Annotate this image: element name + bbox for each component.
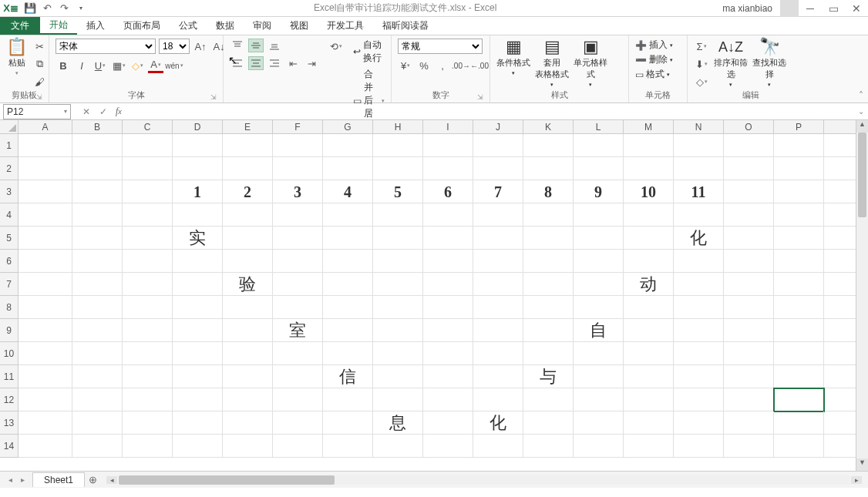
cell-G6[interactable] xyxy=(323,250,373,273)
col-header-I[interactable]: I xyxy=(423,120,473,133)
cell-E2[interactable] xyxy=(223,157,273,180)
cell-B2[interactable] xyxy=(72,157,123,180)
cell-A9[interactable] xyxy=(19,319,72,342)
cell-K2[interactable] xyxy=(523,157,574,180)
add-sheet-button[interactable]: ⊕ xyxy=(85,473,100,486)
underline-button[interactable]: U xyxy=(93,58,108,73)
cell-G9[interactable] xyxy=(323,319,373,342)
cell-M8[interactable] xyxy=(624,296,674,319)
cell-E3[interactable]: 2 xyxy=(223,180,273,203)
cell-D10[interactable] xyxy=(173,342,223,365)
cell-B13[interactable] xyxy=(72,411,123,435)
cell-B11[interactable] xyxy=(72,365,123,388)
cell-K1[interactable] xyxy=(523,134,574,157)
cell-H2[interactable] xyxy=(373,157,423,180)
cell-K9[interactable] xyxy=(523,319,574,342)
col-header-J[interactable]: J xyxy=(473,120,523,133)
dialog-launcher-icon[interactable]: ⇲ xyxy=(210,93,217,101)
cell-G14[interactable] xyxy=(323,435,373,458)
vertical-scrollbar[interactable]: ▲ ▼ xyxy=(856,120,868,471)
cell-O5[interactable] xyxy=(724,227,774,250)
cell-B6[interactable] xyxy=(72,250,123,273)
cell-N5[interactable]: 化 xyxy=(674,227,724,250)
cell-H6[interactable] xyxy=(373,250,423,273)
user-name[interactable]: ma xianbiao xyxy=(722,3,777,14)
percent-icon[interactable]: % xyxy=(416,58,432,73)
cell-O4[interactable] xyxy=(724,203,774,227)
cell-A5[interactable] xyxy=(19,227,72,250)
cell-I4[interactable] xyxy=(423,203,473,227)
cell-K11[interactable]: 与 xyxy=(523,365,574,388)
cell-K13[interactable] xyxy=(523,411,574,435)
comma-icon[interactable]: , xyxy=(435,58,450,73)
row-header-6[interactable]: 6 xyxy=(0,250,18,273)
cell-H11[interactable] xyxy=(373,365,423,388)
bold-button[interactable]: B xyxy=(56,58,71,73)
cancel-formula-icon[interactable]: ✕ xyxy=(80,106,93,117)
cell-N12[interactable] xyxy=(674,388,724,411)
decrease-indent-icon[interactable]: ⇤ xyxy=(285,55,301,71)
cell-C8[interactable] xyxy=(123,296,173,319)
cell-I2[interactable] xyxy=(423,157,473,180)
cell-C5[interactable] xyxy=(123,227,173,250)
tab-公式[interactable]: 公式 xyxy=(170,17,207,35)
cell-P5[interactable] xyxy=(774,227,824,250)
cell-J10[interactable] xyxy=(473,342,523,365)
cell-G2[interactable] xyxy=(323,157,373,180)
cell-H9[interactable] xyxy=(373,319,423,342)
cell-H14[interactable] xyxy=(373,435,423,458)
cell-A14[interactable] xyxy=(19,435,72,458)
cell-M7[interactable]: 动 xyxy=(624,273,674,296)
cell-E1[interactable] xyxy=(223,134,273,157)
cell-J14[interactable] xyxy=(473,435,523,458)
italic-button[interactable]: I xyxy=(74,58,89,73)
cell-D13[interactable] xyxy=(173,411,223,435)
cell-P2[interactable] xyxy=(774,157,824,180)
cell-K4[interactable] xyxy=(523,203,574,227)
cell-J4[interactable] xyxy=(473,203,523,227)
cell-M14[interactable] xyxy=(624,435,674,458)
cell-E13[interactable] xyxy=(223,411,273,435)
cell-M10[interactable] xyxy=(624,342,674,365)
cell-E7[interactable]: 验 xyxy=(223,273,273,296)
cell-M13[interactable] xyxy=(624,411,674,435)
tab-审阅[interactable]: 审阅 xyxy=(244,17,281,35)
col-header-H[interactable]: H xyxy=(373,120,423,133)
cell-K5[interactable] xyxy=(523,227,574,250)
row-header-11[interactable]: 11 xyxy=(0,365,18,388)
cell-K3[interactable]: 8 xyxy=(523,180,574,203)
cell-N10[interactable] xyxy=(674,342,724,365)
format-cells-button[interactable]: ▭格式▾ xyxy=(635,68,670,81)
cell-B8[interactable] xyxy=(72,296,123,319)
cell-D12[interactable] xyxy=(173,388,223,411)
cell-F2[interactable] xyxy=(273,157,323,180)
row-header-3[interactable]: 3 xyxy=(0,180,18,203)
cell-P10[interactable] xyxy=(774,342,824,365)
tab-页面布局[interactable]: 页面布局 xyxy=(114,17,170,35)
cell-F1[interactable] xyxy=(273,134,323,157)
font-color-icon[interactable]: A xyxy=(148,58,163,73)
cell-C7[interactable] xyxy=(123,273,173,296)
cell-B9[interactable] xyxy=(72,319,123,342)
restore-button[interactable]: ▭ xyxy=(822,2,845,15)
cut-icon[interactable]: ✂ xyxy=(32,39,47,54)
increase-indent-icon[interactable]: ⇥ xyxy=(304,55,319,71)
cell-D14[interactable] xyxy=(173,435,223,458)
cell-J3[interactable]: 7 xyxy=(473,180,523,203)
cell-A10[interactable] xyxy=(19,342,72,365)
cell-P7[interactable] xyxy=(774,273,824,296)
cell-B12[interactable] xyxy=(72,388,123,411)
cell-N11[interactable] xyxy=(674,365,724,388)
cell-B14[interactable] xyxy=(72,435,123,458)
col-header-A[interactable]: A xyxy=(19,120,72,133)
cell-G8[interactable] xyxy=(323,296,373,319)
cell-I13[interactable] xyxy=(423,411,473,435)
cell-A2[interactable] xyxy=(19,157,72,180)
format-as-table-button[interactable]: ▤套用 表格格式▾ xyxy=(535,39,569,88)
cell-J11[interactable] xyxy=(473,365,523,388)
cell-K8[interactable] xyxy=(523,296,574,319)
fx-icon[interactable]: fx xyxy=(116,106,126,117)
font-name-select[interactable]: 宋体 xyxy=(56,39,156,54)
cell-C14[interactable] xyxy=(123,435,173,458)
cell-O10[interactable] xyxy=(724,342,774,365)
